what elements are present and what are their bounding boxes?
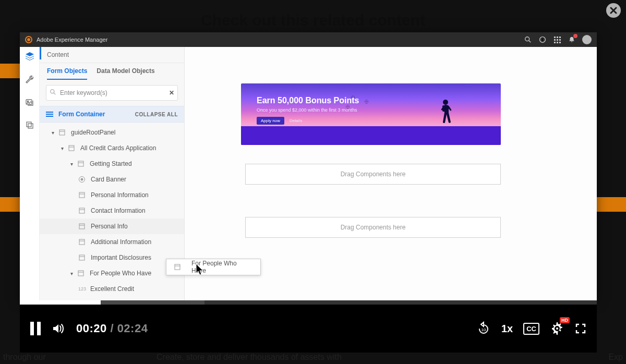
svg-rect-7 [27, 122, 31, 127]
chevron-down-icon: ▾ [59, 145, 65, 151]
svg-rect-11 [59, 130, 65, 135]
svg-rect-19 [79, 192, 85, 198]
svg-point-9 [51, 90, 54, 93]
chevron-down-icon: ▾ [69, 271, 74, 276]
tree-node-additional-info[interactable]: Additional Information [40, 234, 184, 250]
svg-point-0 [525, 37, 529, 41]
svg-rect-23 [79, 224, 85, 229]
clear-search-button[interactable]: ✕ [169, 89, 174, 96]
panel-icon [77, 160, 85, 167]
layers-icon [25, 52, 34, 61]
numeric-tag: 123 [78, 286, 86, 292]
svg-rect-33 [175, 264, 180, 270]
panel-icon [77, 270, 85, 277]
rail-components[interactable] [25, 120, 35, 130]
bird-icon: 𐀏 [364, 99, 369, 105]
panel-icon [78, 223, 86, 230]
form-container-row[interactable]: Form Container COLLAPSE ALL [40, 106, 184, 123]
drop-zone[interactable]: Drag Components here [245, 217, 501, 238]
tree-node-personal-info[interactable]: Personal Information [40, 187, 184, 203]
card-banner-component[interactable]: 𐀏 𐀏 𐀏 Earn 50,000 Bonus Points Once you … [241, 83, 501, 145]
svg-line-10 [54, 93, 55, 94]
tree-node-disclosures[interactable]: Important Disclosures [40, 250, 184, 265]
assets-icon [25, 98, 34, 107]
tree-node-getting-started[interactable]: ▾Getting Started [40, 156, 184, 172]
hiker-silhouette [436, 98, 454, 130]
close-overlay-button[interactable] [606, 3, 621, 18]
tree-node-excellent-credit[interactable]: 123Excellent Credit [40, 281, 184, 297]
pause-button[interactable] [30, 322, 41, 335]
rail-content-tree[interactable] [25, 51, 35, 62]
copy-icon [25, 120, 34, 130]
panel-icon [68, 144, 75, 152]
tab-form-objects[interactable]: Form Objects [47, 67, 87, 80]
backdrop-footer: Exp [0, 353, 623, 362]
search-button[interactable] [524, 35, 532, 44]
close-icon [610, 7, 617, 14]
tree-node-contact-info[interactable]: Contact Information [40, 203, 184, 219]
tree-node-root[interactable]: ▾guideRootPanel [40, 125, 184, 140]
banner-ground [241, 126, 501, 145]
gear-icon [550, 321, 564, 336]
captions-button[interactable]: CC [523, 323, 539, 335]
backdrop-accent [0, 64, 20, 78]
notifications-button[interactable] [568, 35, 576, 44]
volume-button[interactable] [51, 321, 66, 336]
apps-grid-icon [554, 37, 561, 43]
svg-rect-3 [542, 39, 543, 41]
time-display: 00:20 / 02:24 [76, 322, 148, 335]
rewind-10-button[interactable]: 10 [476, 321, 491, 336]
panel-icon [78, 254, 86, 261]
svg-rect-13 [69, 145, 74, 151]
help-button[interactable] [538, 35, 547, 44]
tree-node-for-people[interactable]: ▾For People Who Have [40, 265, 184, 281]
backdrop-heading: Check out this related content [0, 11, 626, 29]
pause-icon [30, 322, 41, 335]
collapse-all-button[interactable]: COLLAPSE ALL [135, 112, 178, 117]
tree-node-app[interactable]: ▾All Credit Cards Application [40, 140, 184, 156]
settings-button[interactable]: HD [550, 321, 564, 336]
svg-line-1 [529, 41, 531, 43]
fullscreen-button[interactable] [575, 323, 586, 334]
drop-zone[interactable]: Drag Components here [245, 164, 501, 185]
wrench-icon [25, 75, 34, 84]
current-time: 00:20 [76, 322, 107, 335]
sidebar-heading: Content [40, 47, 184, 63]
content-tree: ▾guideRootPanel ▾All Credit Cards Applic… [40, 123, 184, 300]
rail-active-indicator [40, 47, 41, 59]
playback-rate-button[interactable]: 1x [501, 323, 513, 335]
progress-bar[interactable] [20, 300, 597, 305]
notification-dot [573, 34, 577, 38]
backdrop-accent [597, 197, 626, 212]
user-avatar[interactable] [582, 35, 592, 44]
target-icon [78, 176, 86, 183]
svg-rect-4 [542, 38, 543, 38]
drag-ghost: For People Who Have [166, 259, 261, 275]
svg-rect-15 [78, 161, 83, 166]
banner-cta-details[interactable]: Details [290, 118, 302, 123]
svg-rect-27 [79, 255, 85, 260]
rail-assets[interactable] [25, 97, 35, 107]
svg-rect-21 [79, 208, 85, 213]
solutions-button[interactable] [553, 35, 561, 44]
tab-data-model[interactable]: Data Model Objects [97, 67, 154, 80]
tree-node-personal-info-2[interactable]: Personal Info [40, 219, 184, 234]
rewind-icon: 10 [476, 321, 491, 336]
banner-title: Earn 50,000 Bonus Points [257, 96, 359, 105]
cc-icon: CC [523, 323, 539, 335]
product-title: Adobe Experience Manager [37, 37, 107, 43]
rail-properties[interactable] [25, 74, 35, 84]
svg-point-6 [27, 101, 28, 102]
sidebar: Content Form Objects Data Model Objects … [40, 47, 185, 300]
titlebar: Adobe Experience Manager [20, 32, 597, 47]
tree-node-card-banner[interactable]: Card Banner [40, 172, 184, 187]
banner-cta-apply[interactable]: Apply now [257, 117, 284, 125]
left-rail [20, 47, 40, 300]
stage: Check out this related content through o… [0, 0, 626, 364]
video-controls: 00:20 / 02:24 10 1x CC HD [20, 300, 597, 353]
fullscreen-icon [575, 323, 586, 334]
panel-icon [58, 129, 66, 136]
svg-rect-29 [78, 271, 83, 276]
search-input[interactable]: Enter keyword(s) ✕ [46, 85, 178, 101]
panel-icon [78, 191, 86, 199]
